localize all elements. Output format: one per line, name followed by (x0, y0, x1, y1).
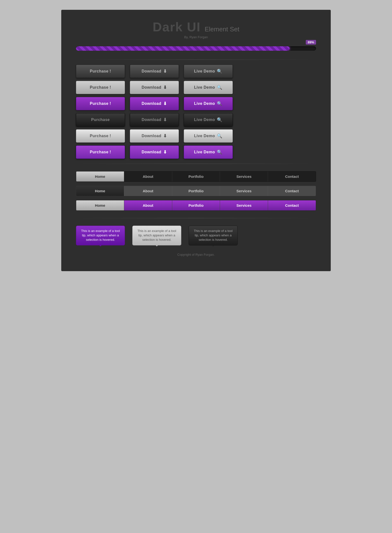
download-silver-label: Download (142, 134, 161, 138)
nav2-contact[interactable]: Contact (268, 186, 316, 196)
footer: Copyright of Ryan Forgan. (76, 253, 316, 256)
nav3-about[interactable]: About (124, 200, 172, 210)
nav1-portfolio[interactable]: Portfolio (172, 171, 220, 182)
purchase-purple2-button[interactable]: Purchase ! (76, 145, 125, 159)
tooltip-silver: This is an example of a tool tip, which … (132, 226, 181, 245)
livedemo-purple2-icon: 🔍 (217, 149, 222, 155)
nav3-home[interactable]: Home (76, 200, 124, 210)
nav3-portfolio[interactable]: Portfolio (172, 200, 220, 210)
navbar-3: Home About Portfolio Services Contact (76, 200, 316, 211)
nav1-contact[interactable]: Contact (268, 171, 316, 182)
download-dark-icon: ⬇ (163, 69, 167, 74)
header-by: By, Ryan Forgan (76, 35, 316, 39)
livedemo-silver-button[interactable]: Live Demo 🔍 (184, 129, 233, 143)
download-purple-button[interactable]: Download ⬇ (130, 97, 179, 110)
download-black-icon: ⬇ (163, 117, 167, 122)
nav-section: Home About Portfolio Services Contact Ho… (76, 171, 316, 211)
nav2-portfolio[interactable]: Portfolio (172, 186, 220, 196)
livedemo-black-button[interactable]: Live Demo 🔍 (184, 113, 233, 126)
purchase-black-button[interactable]: Purchase (76, 113, 125, 126)
nav3-contact[interactable]: Contact (268, 200, 316, 210)
livedemo-black-icon: 🔍 (217, 117, 222, 122)
download-purple-label: Download (142, 101, 161, 106)
livedemo-silver-icon: 🔍 (217, 133, 222, 139)
nav1-about[interactable]: About (124, 171, 172, 182)
livedemo-dark-button[interactable]: Live Demo 🔍 (184, 65, 233, 78)
livedemo-purple-icon: 🔍 (217, 101, 222, 106)
livedemo-purple-label: Live Demo (194, 101, 215, 106)
livedemo-silver-label: Live Demo (194, 134, 215, 138)
btn-row-black: Purchase Download ⬇ Live Demo 🔍 (76, 113, 316, 126)
tooltip-silver-text: This is an example of a tool tip, which … (137, 229, 176, 242)
download-dark-button[interactable]: Download ⬇ (130, 65, 179, 78)
navbar-1: Home About Portfolio Services Contact (76, 171, 316, 182)
livedemo-purple2-button[interactable]: Live Demo 🔍 (184, 145, 233, 159)
navbar-2: Home About Portfolio Services Contact (76, 186, 316, 196)
tooltip-dark: This is an example of a tool tip, which … (189, 226, 238, 245)
livedemo-black-label: Live Demo (194, 118, 215, 122)
nav1-services[interactable]: Services (220, 171, 268, 182)
button-section: Purchase ! Download ⬇ Live Demo 🔍 Purcha… (76, 65, 316, 159)
nav3-services[interactable]: Services (220, 200, 268, 210)
tooltip-section: This is an example of a tool tip, which … (76, 226, 316, 245)
download-purple2-label: Download (142, 150, 161, 154)
btn-row-purple: Purchase ! Download ⬇ Live Demo 🔍 (76, 97, 316, 110)
nav2-services[interactable]: Services (220, 186, 268, 196)
livedemo-purple2-label: Live Demo (194, 150, 215, 154)
tooltip-purple: This is an example of a tool tip, which … (76, 226, 125, 245)
livedemo-gray-icon: 🔍 (217, 85, 222, 90)
download-black-label: Download (142, 118, 161, 122)
nav1-home[interactable]: Home (76, 171, 124, 182)
purchase-dark-button[interactable]: Purchase ! (76, 65, 125, 78)
progress-fill (76, 46, 290, 51)
nav2-home[interactable]: Home (76, 186, 124, 196)
main-panel: Dark UI Element Set By, Ryan Forgan 89% … (61, 10, 331, 271)
download-purple-icon: ⬇ (163, 101, 167, 106)
copyright-text: Copyright of Ryan Forgan. (177, 253, 215, 256)
tooltip-dark-text: This is an example of a tool tip, which … (194, 229, 233, 242)
progress-label: 89% (306, 40, 316, 45)
download-black-button[interactable]: Download ⬇ (130, 113, 179, 126)
progress-section: 89% (76, 46, 316, 51)
purchase-gray-button[interactable]: Purchase ! (76, 81, 125, 94)
download-gray-icon: ⬇ (163, 85, 167, 90)
livedemo-dark-label: Live Demo (194, 69, 215, 73)
btn-row-dark: Purchase ! Download ⬇ Live Demo 🔍 (76, 65, 316, 78)
header-title: Dark UI Element Set (76, 20, 316, 34)
btn-row-silver: Purchase ! Download ⬇ Live Demo 🔍 (76, 129, 316, 143)
download-purple2-icon: ⬇ (163, 149, 167, 155)
tooltip-purple-text: This is an example of a tool tip, which … (81, 229, 120, 242)
download-silver-button[interactable]: Download ⬇ (130, 129, 179, 143)
divider-2 (76, 164, 316, 164)
progress-track (76, 46, 316, 51)
btn-row-gray: Purchase ! Download ⬇ Live Demo 🔍 (76, 81, 316, 94)
download-gray-label: Download (142, 85, 161, 90)
download-purple2-button[interactable]: Download ⬇ (130, 145, 179, 159)
divider-3 (76, 218, 316, 218)
download-gray-button[interactable]: Download ⬇ (130, 81, 179, 94)
download-silver-icon: ⬇ (163, 133, 167, 139)
livedemo-gray-button[interactable]: Live Demo 🔍 (184, 81, 233, 94)
nav2-about[interactable]: About (124, 186, 172, 196)
divider-1 (76, 60, 316, 60)
livedemo-gray-label: Live Demo (194, 85, 215, 90)
livedemo-dark-icon: 🔍 (217, 69, 222, 74)
livedemo-purple-button[interactable]: Live Demo 🔍 (184, 97, 233, 110)
header: Dark UI Element Set By, Ryan Forgan (76, 20, 316, 39)
purchase-silver-button[interactable]: Purchase ! (76, 129, 125, 143)
purchase-purple-button[interactable]: Purchase ! (76, 97, 125, 110)
btn-row-purple2: Purchase ! Download ⬇ Live Demo 🔍 (76, 145, 316, 159)
download-dark-label: Download (142, 69, 161, 73)
